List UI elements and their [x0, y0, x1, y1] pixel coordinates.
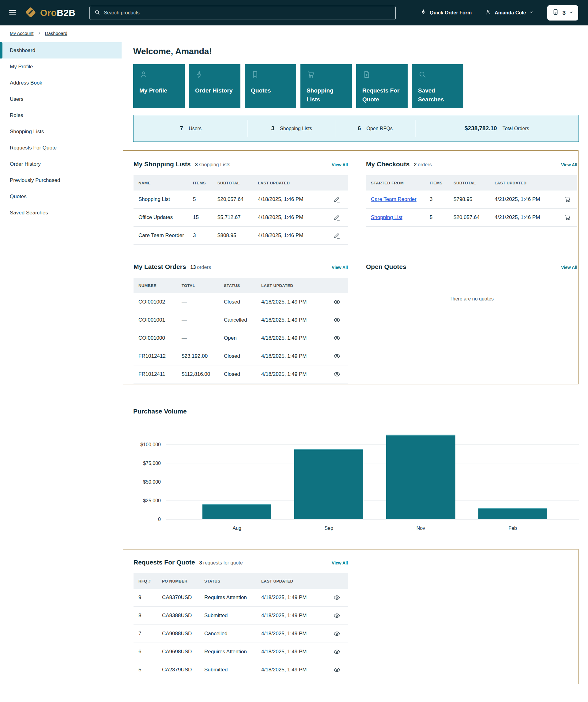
eye-icon[interactable] — [333, 666, 342, 674]
sidebar-item-saved-searches[interactable]: Saved Searches — [0, 205, 122, 221]
checkouts-cell: 4/21/2025, 1:46 PM — [490, 196, 564, 203]
user-menu[interactable]: Amanda Cole — [485, 9, 534, 16]
x-axis-label-sep: Sep — [294, 525, 363, 531]
rfq-box: Requests For Quote 8requests for quote V… — [123, 549, 579, 684]
y-axis-tick-label: $75,000 — [143, 461, 161, 466]
cart-icon — [307, 70, 348, 79]
cart-icon[interactable] — [564, 195, 572, 204]
checkouts-cell: 5 — [425, 214, 449, 221]
chart-title: Purchase Volume — [133, 408, 588, 415]
rfq-cell: CA8388USD — [157, 612, 199, 619]
rfq-cell: 5 — [133, 667, 157, 673]
shopping-lists-table: NAMEITEMSSUBTOTALLAST UPDATEDShopping Li… — [133, 175, 348, 245]
search-input[interactable] — [104, 10, 391, 16]
sidebar-item-dashboard[interactable]: Dashboard — [0, 42, 122, 58]
top-navbar: OroB2B Quick Order Form Amanda Cole 3 — [0, 0, 588, 25]
view-all-rfq[interactable]: View All — [332, 561, 348, 565]
breadcrumb-my-account[interactable]: My Account — [10, 31, 34, 36]
tile-requests-for-quote[interactable]: Requests For Quote — [356, 64, 407, 108]
column-header-total: TOTAL — [177, 283, 219, 288]
edit-icon[interactable] — [333, 231, 342, 240]
x-axis-baseline — [166, 519, 579, 519]
latest_orders-cell: FR1012412 — [133, 353, 177, 359]
search-icon — [418, 70, 459, 79]
edit-icon[interactable] — [333, 213, 342, 222]
cart-button[interactable]: 3 — [547, 5, 578, 20]
brand-logo[interactable]: OroB2B — [24, 5, 75, 20]
latest_orders-cell: COI001001 — [133, 317, 177, 323]
sidebar-item-requests-for-quote[interactable]: Requests For Quote — [0, 140, 122, 156]
latest_orders-cell: — — [177, 335, 219, 341]
chevron-right-icon — [37, 31, 41, 35]
sidebar-item-address-book[interactable]: Address Book — [0, 75, 122, 91]
column-header-last-updated: LAST UPDATED — [256, 283, 333, 288]
sidebar-item-order-history[interactable]: Order History — [0, 156, 122, 172]
latest_orders-cell: 4/18/2025, 1:49 PM — [256, 353, 333, 359]
column-header-number: NUMBER — [133, 283, 177, 288]
checkouts-row: Care Team Reorder3$798.954/21/2025, 1:46… — [366, 191, 577, 209]
view-all-open-quotes[interactable]: View All — [561, 265, 577, 270]
view-all-shopping-lists[interactable]: View All — [332, 162, 348, 167]
bar-sep — [294, 449, 363, 519]
shopping_lists-cell: $5,712.67 — [213, 214, 253, 221]
y-axis-tick-label: 0 — [158, 517, 161, 522]
eye-icon[interactable] — [333, 298, 342, 306]
chevron-down-icon — [529, 10, 534, 16]
eye-icon[interactable] — [333, 370, 342, 378]
eye-icon[interactable] — [333, 316, 342, 324]
section-title: My Latest Orders — [133, 263, 186, 270]
quick-order-form-link[interactable]: Quick Order Form — [420, 9, 472, 16]
cart-icon[interactable] — [564, 213, 572, 222]
zap-icon — [420, 9, 427, 16]
tile-my-profile[interactable]: My Profile — [133, 64, 185, 108]
edit-icon[interactable] — [333, 195, 342, 204]
tile-label: Shopping Lists — [307, 86, 348, 104]
sidebar-item-users[interactable]: Users — [0, 91, 122, 107]
rfq-row: 8CA8388USDSubmitted4/18/2025, 1:49 PM — [133, 607, 348, 625]
sidebar-item-label: Saved Searches — [10, 210, 48, 216]
view-all-checkouts[interactable]: View All — [561, 162, 577, 167]
eye-icon[interactable] — [333, 334, 342, 342]
shopping_lists-cell: 5 — [188, 196, 213, 203]
latest_orders-cell: $112,816.00 — [177, 371, 219, 377]
menu-button[interactable] — [7, 8, 18, 18]
y-axis-tick-label: $50,000 — [143, 479, 161, 485]
checkouts-header-row: STARTED FROMITEMSSUBTOTALLAST UPDATED — [366, 175, 577, 191]
tile-shopping-lists[interactable]: Shopping Lists — [301, 64, 352, 108]
breadcrumb-dashboard[interactable]: Dashboard — [45, 31, 68, 36]
checkouts-cell: $20,057.64 — [449, 214, 490, 221]
shopping_lists-row: Care Team Reorder3$808.954/18/2025, 1:46… — [133, 227, 348, 245]
gridline — [166, 482, 579, 482]
column-header-status: STATUS — [219, 283, 256, 288]
section-title: Open Quotes — [366, 263, 406, 270]
tile-order-history[interactable]: Order History — [189, 64, 240, 108]
column-header-last-updated: LAST UPDATED — [253, 181, 333, 185]
column-header-status: STATUS — [199, 579, 256, 583]
tile-label: Order History — [195, 86, 236, 95]
gridline — [166, 444, 579, 445]
eye-icon[interactable] — [333, 593, 342, 602]
eye-icon[interactable] — [333, 648, 342, 656]
rfq-row: 9CA8370USDRequires Attention4/18/2025, 1… — [133, 589, 348, 607]
zap-icon — [195, 70, 236, 79]
shopping_lists-cell: $20,057.64 — [213, 196, 253, 203]
sidebar-item-quotes[interactable]: Quotes — [0, 188, 122, 205]
tile-saved-searches[interactable]: Saved Searches — [412, 64, 463, 108]
eye-icon[interactable] — [333, 611, 342, 620]
hamburger-icon — [8, 13, 17, 18]
dashboard-page: OroB2B Quick Order Form Amanda Cole 3 — [0, 0, 588, 702]
sidebar-item-shopping-lists[interactable]: Shopping Lists — [0, 123, 122, 140]
view-all-latest-orders[interactable]: View All — [332, 265, 348, 270]
eye-icon[interactable] — [333, 352, 342, 360]
tile-quotes[interactable]: Quotes — [245, 64, 296, 108]
sidebar-item-roles[interactable]: Roles — [0, 107, 122, 123]
sidebar-item-my-profile[interactable]: My Profile — [0, 58, 122, 75]
rfq-cell: Requires Attention — [199, 649, 256, 655]
eye-icon[interactable] — [333, 629, 342, 638]
column-header-po-number: PO NUMBER — [157, 579, 199, 583]
latest_orders-cell: — — [177, 299, 219, 305]
sidebar-item-previously-purchased[interactable]: Previously Purchased — [0, 172, 122, 188]
checkouts-link[interactable]: Shopping List — [366, 214, 425, 221]
chevron-down-icon — [569, 9, 574, 16]
checkouts-link[interactable]: Care Team Reorder — [366, 196, 425, 203]
